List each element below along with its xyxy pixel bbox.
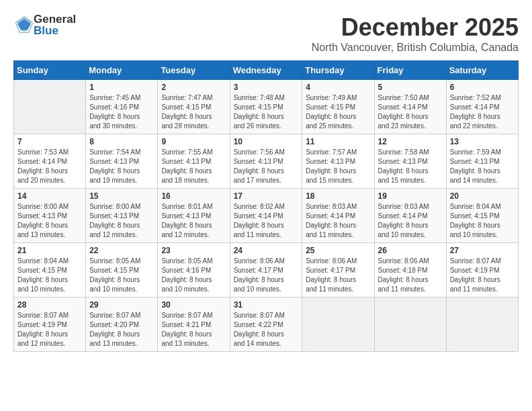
day-info: Sunrise: 7:47 AM Sunset: 4:15 PM Dayligh… xyxy=(161,93,226,131)
title-area: December 2025 North Vancouver, British C… xyxy=(312,13,519,54)
day-info: Sunrise: 7:49 AM Sunset: 4:15 PM Dayligh… xyxy=(306,93,370,131)
day-info: Sunrise: 8:07 AM Sunset: 4:20 PM Dayligh… xyxy=(89,311,154,349)
calendar-cell: 1Sunrise: 7:45 AM Sunset: 4:16 PM Daylig… xyxy=(86,80,158,134)
day-info: Sunrise: 8:07 AM Sunset: 4:19 PM Dayligh… xyxy=(450,257,515,294)
calendar-cell: 21Sunrise: 8:04 AM Sunset: 4:15 PM Dayli… xyxy=(14,243,86,298)
calendar-cell: 4Sunrise: 7:49 AM Sunset: 4:15 PM Daylig… xyxy=(302,80,374,134)
calendar-cell: 14Sunrise: 8:00 AM Sunset: 4:13 PM Dayli… xyxy=(14,189,86,243)
day-number: 5 xyxy=(378,83,443,92)
day-number: 15 xyxy=(89,191,154,201)
calendar-cell: 9Sunrise: 7:55 AM Sunset: 4:13 PM Daylig… xyxy=(158,134,230,189)
calendar-cell: 27Sunrise: 8:07 AM Sunset: 4:19 PM Dayli… xyxy=(446,243,518,298)
calendar-cell: 24Sunrise: 8:06 AM Sunset: 4:17 PM Dayli… xyxy=(230,243,302,298)
calendar-cell: 5Sunrise: 7:50 AM Sunset: 4:14 PM Daylig… xyxy=(374,80,446,134)
calendar-cell: 26Sunrise: 8:06 AM Sunset: 4:18 PM Dayli… xyxy=(374,243,446,298)
day-number: 29 xyxy=(89,300,154,310)
day-info: Sunrise: 8:06 AM Sunset: 4:18 PM Dayligh… xyxy=(378,257,443,294)
day-number: 25 xyxy=(306,246,370,255)
header-wednesday: Wednesday xyxy=(230,61,302,80)
location-title: North Vancouver, British Columbia, Canad… xyxy=(312,42,519,54)
day-info: Sunrise: 7:53 AM Sunset: 4:14 PM Dayligh… xyxy=(17,148,82,185)
day-info: Sunrise: 8:00 AM Sunset: 4:13 PM Dayligh… xyxy=(89,202,154,240)
calendar-cell: 22Sunrise: 8:05 AM Sunset: 4:15 PM Dayli… xyxy=(86,243,158,298)
day-info: Sunrise: 8:04 AM Sunset: 4:15 PM Dayligh… xyxy=(17,257,82,294)
day-info: Sunrise: 8:01 AM Sunset: 4:13 PM Dayligh… xyxy=(161,202,226,240)
day-number: 30 xyxy=(161,300,226,310)
day-info: Sunrise: 7:54 AM Sunset: 4:13 PM Dayligh… xyxy=(89,148,154,185)
calendar-cell: 8Sunrise: 7:54 AM Sunset: 4:13 PM Daylig… xyxy=(86,134,158,189)
day-number: 3 xyxy=(234,83,299,92)
header-sunday: Sunday xyxy=(14,61,86,80)
calendar-cell: 3Sunrise: 7:48 AM Sunset: 4:15 PM Daylig… xyxy=(230,80,302,134)
logo-blue: Blue xyxy=(34,24,58,37)
page-header: General Blue December 2025 North Vancouv… xyxy=(13,13,519,54)
day-info: Sunrise: 7:52 AM Sunset: 4:14 PM Dayligh… xyxy=(450,93,515,131)
day-info: Sunrise: 7:45 AM Sunset: 4:16 PM Dayligh… xyxy=(89,93,154,131)
calendar-cell: 29Sunrise: 8:07 AM Sunset: 4:20 PM Dayli… xyxy=(86,298,158,352)
calendar-table: SundayMondayTuesdayWednesdayThursdayFrid… xyxy=(13,60,519,352)
day-number: 17 xyxy=(234,191,299,201)
calendar-cell xyxy=(302,298,374,352)
header-monday: Monday xyxy=(86,61,158,80)
header-friday: Friday xyxy=(374,61,446,80)
day-number: 31 xyxy=(234,300,299,310)
day-number: 14 xyxy=(17,191,82,201)
calendar-cell: 15Sunrise: 8:00 AM Sunset: 4:13 PM Dayli… xyxy=(86,189,158,243)
day-info: Sunrise: 8:03 AM Sunset: 4:14 PM Dayligh… xyxy=(306,202,370,240)
month-title: December 2025 xyxy=(312,13,519,42)
calendar-header-row: SundayMondayTuesdayWednesdayThursdayFrid… xyxy=(14,61,519,80)
calendar-cell xyxy=(374,298,446,352)
day-info: Sunrise: 7:55 AM Sunset: 4:13 PM Dayligh… xyxy=(161,148,226,185)
calendar-week-3: 14Sunrise: 8:00 AM Sunset: 4:13 PM Dayli… xyxy=(14,189,519,243)
day-number: 12 xyxy=(378,137,443,146)
day-number: 9 xyxy=(161,137,226,146)
day-number: 22 xyxy=(89,246,154,255)
day-info: Sunrise: 8:07 AM Sunset: 4:19 PM Dayligh… xyxy=(17,311,82,349)
day-info: Sunrise: 8:05 AM Sunset: 4:15 PM Dayligh… xyxy=(89,257,154,294)
logo: General Blue xyxy=(13,13,76,36)
day-number: 13 xyxy=(450,137,515,146)
calendar-cell: 28Sunrise: 8:07 AM Sunset: 4:19 PM Dayli… xyxy=(14,298,86,352)
day-number: 4 xyxy=(306,83,370,92)
calendar-cell: 19Sunrise: 8:03 AM Sunset: 4:14 PM Dayli… xyxy=(374,189,446,243)
day-info: Sunrise: 8:07 AM Sunset: 4:22 PM Dayligh… xyxy=(234,311,299,349)
header-tuesday: Tuesday xyxy=(158,61,230,80)
calendar-cell: 31Sunrise: 8:07 AM Sunset: 4:22 PM Dayli… xyxy=(230,298,302,352)
day-info: Sunrise: 7:56 AM Sunset: 4:13 PM Dayligh… xyxy=(234,148,299,185)
day-number: 7 xyxy=(17,137,82,146)
day-number: 11 xyxy=(306,137,370,146)
logo-icon xyxy=(15,15,34,34)
day-number: 18 xyxy=(306,191,370,201)
day-number: 6 xyxy=(450,83,515,92)
day-info: Sunrise: 8:04 AM Sunset: 4:15 PM Dayligh… xyxy=(450,202,515,240)
day-number: 16 xyxy=(161,191,226,201)
day-info: Sunrise: 7:50 AM Sunset: 4:14 PM Dayligh… xyxy=(378,93,443,131)
header-thursday: Thursday xyxy=(302,61,374,80)
calendar-cell: 12Sunrise: 7:58 AM Sunset: 4:13 PM Dayli… xyxy=(374,134,446,189)
calendar-cell: 16Sunrise: 8:01 AM Sunset: 4:13 PM Dayli… xyxy=(158,189,230,243)
calendar-cell xyxy=(14,80,86,134)
calendar-cell: 18Sunrise: 8:03 AM Sunset: 4:14 PM Dayli… xyxy=(302,189,374,243)
calendar-cell: 17Sunrise: 8:02 AM Sunset: 4:14 PM Dayli… xyxy=(230,189,302,243)
day-number: 20 xyxy=(450,191,515,201)
header-saturday: Saturday xyxy=(446,61,518,80)
calendar-week-5: 28Sunrise: 8:07 AM Sunset: 4:19 PM Dayli… xyxy=(14,298,519,352)
day-number: 26 xyxy=(378,246,443,255)
day-info: Sunrise: 8:02 AM Sunset: 4:14 PM Dayligh… xyxy=(234,202,299,240)
day-info: Sunrise: 8:03 AM Sunset: 4:14 PM Dayligh… xyxy=(378,202,443,240)
day-number: 8 xyxy=(89,137,154,146)
calendar-cell: 20Sunrise: 8:04 AM Sunset: 4:15 PM Dayli… xyxy=(446,189,518,243)
day-info: Sunrise: 8:00 AM Sunset: 4:13 PM Dayligh… xyxy=(17,202,82,240)
day-number: 2 xyxy=(161,83,226,92)
calendar-week-1: 1Sunrise: 7:45 AM Sunset: 4:16 PM Daylig… xyxy=(14,80,519,134)
day-info: Sunrise: 7:57 AM Sunset: 4:13 PM Dayligh… xyxy=(306,148,370,185)
calendar-week-4: 21Sunrise: 8:04 AM Sunset: 4:15 PM Dayli… xyxy=(14,243,519,298)
day-info: Sunrise: 7:59 AM Sunset: 4:13 PM Dayligh… xyxy=(450,148,515,185)
day-info: Sunrise: 8:06 AM Sunset: 4:17 PM Dayligh… xyxy=(306,257,370,294)
day-info: Sunrise: 8:06 AM Sunset: 4:17 PM Dayligh… xyxy=(234,257,299,294)
calendar-week-2: 7Sunrise: 7:53 AM Sunset: 4:14 PM Daylig… xyxy=(14,134,519,189)
day-info: Sunrise: 8:07 AM Sunset: 4:21 PM Dayligh… xyxy=(161,311,226,349)
day-number: 1 xyxy=(89,83,154,92)
day-info: Sunrise: 7:48 AM Sunset: 4:15 PM Dayligh… xyxy=(234,93,299,131)
day-number: 21 xyxy=(17,246,82,255)
